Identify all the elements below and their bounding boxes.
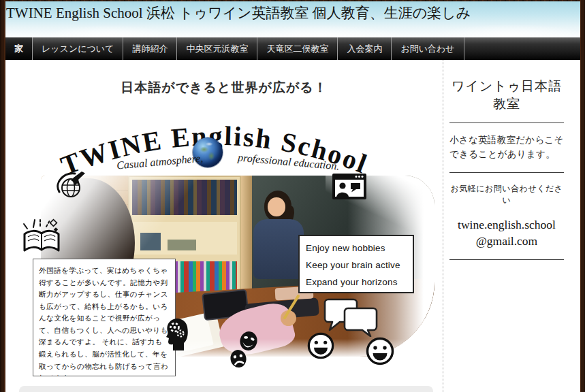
open-book-icon (19, 214, 64, 256)
nav-item-futamata-class[interactable]: 天竜区二俣教室 (257, 37, 338, 60)
benefits-text: 外国語を学ぶって、実はめちゃくちゃ得することが多いんです。記憶力や判断力がアップ… (39, 267, 168, 376)
site-container: TWINE English School 浜松 トゥワイン英語教室 個人教育、生… (5, 1, 580, 392)
contact-note: お気軽にお問い合わせください (449, 183, 564, 206)
nav-item-motohama-class[interactable]: 中央区元浜教室 (177, 37, 257, 60)
nav-item-teachers[interactable]: 講師紹介 (123, 37, 177, 60)
hobbies-box: Enjoy new hobbies Keep your brain active… (298, 235, 414, 293)
theater-masks-icon (229, 330, 259, 370)
sidebar-intro: 小さな英語教室だからこそできることがあります。 (449, 133, 564, 162)
content-area: 日本語ができると世界が広がる！ TWINE English School Cas… (5, 60, 580, 392)
nav-item-contact[interactable]: お問い合わせ (392, 37, 464, 60)
next-section-strip (19, 386, 433, 392)
sidebar-heading: ワイントゥ日本語教室 (449, 78, 564, 112)
nav-item-home[interactable]: 家 (5, 37, 33, 60)
main-column: 日本語ができると世界が広がる！ TWINE English School Cas… (5, 60, 443, 392)
head-gears-icon (165, 317, 189, 351)
benefits-text-box: 外国語を学ぶって、実はめちゃくちゃ得することが多いんです。記憶力や判断力がアップ… (33, 259, 176, 376)
nav-item-enrollment[interactable]: 入会案内 (338, 37, 392, 60)
page-title[interactable]: TWINE English School 浜松 トゥワイン英語教室 個人教育、生… (5, 1, 580, 22)
hobbies-line: Expand your horizons (306, 274, 407, 291)
hobbies-line: Enjoy new hobbies (306, 240, 407, 257)
hobbies-line: Keep your brain active (306, 257, 407, 274)
sidebar-divider (449, 122, 564, 123)
email-link[interactable]: twine.english.school @gmail.com (449, 217, 564, 249)
smiley-face-icon (365, 336, 395, 366)
nav-item-lessons[interactable]: レッスンについて (33, 37, 123, 60)
video-call-icon (332, 174, 366, 199)
sky-banner: TWINE English School 浜松 トゥワイン英語教室 個人教育、生… (5, 1, 580, 37)
smiley-face-icon (306, 331, 335, 360)
nav-bar: 家 レッスンについて 講師紹介 中央区元浜教室 天竜区二俣教室 入会案内 お問い… (5, 37, 580, 60)
plane-globe-icon (56, 169, 87, 200)
sidebar-divider (449, 172, 564, 173)
email-line2: @gmail.com (449, 233, 564, 250)
email-line1: twine.english.school (449, 217, 564, 233)
main-heading: 日本語ができると世界が広がる！ (5, 79, 443, 97)
sidebar: ワイントゥ日本語教室 小さな英語教室だからこそできることがあります。 お気軽にお… (443, 60, 580, 392)
sidebar-divider (449, 259, 564, 260)
